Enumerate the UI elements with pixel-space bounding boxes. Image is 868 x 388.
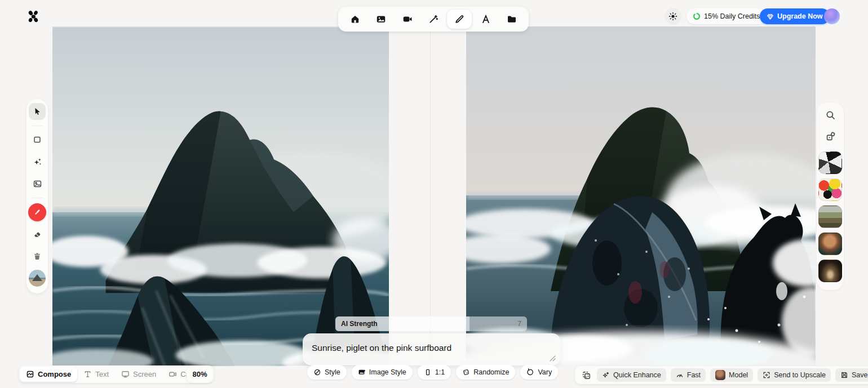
ai-strength-slider[interactable]: AI Strength 7	[335, 316, 527, 331]
send-to-upscale-label: Send to Upscale	[774, 371, 826, 379]
style-thumbnail-typography[interactable]	[818, 179, 842, 201]
ai-strength-label: AI Strength	[341, 320, 378, 328]
image-style-label: Image Style	[369, 368, 406, 376]
style-thumbnail-landscape[interactable]	[818, 206, 842, 228]
fast-mode-button[interactable]: Fast	[671, 368, 706, 382]
credits-progress-icon	[693, 12, 701, 20]
trash-tool[interactable]	[29, 248, 46, 265]
randomize-label: Randomize	[473, 368, 509, 376]
nav-assets[interactable]	[499, 10, 524, 29]
video-camera-icon	[402, 14, 413, 24]
quick-enhance-button[interactable]: Quick Enhance	[597, 368, 666, 382]
camera-icon	[169, 370, 177, 378]
pencil-icon	[454, 14, 464, 24]
model-button[interactable]: Model	[710, 368, 753, 382]
nav-type[interactable]	[473, 10, 498, 29]
compose-icon	[26, 370, 34, 378]
image-style-icon	[358, 368, 366, 376]
generation-bar: Style Image Style 1:1 Randomize Vary	[307, 365, 558, 380]
gem-icon	[767, 13, 774, 20]
cursor-icon	[33, 107, 42, 116]
upgrade-now-button[interactable]: Upgrade Now	[760, 8, 830, 24]
tab-screen[interactable]: Screen	[115, 367, 162, 382]
letter-a-icon	[481, 14, 491, 24]
nav-video[interactable]	[395, 10, 420, 29]
nav-home[interactable]	[343, 10, 367, 29]
mode-bar: Compose Text Screen Camera	[19, 365, 214, 383]
zoom-level-button[interactable]: 80%	[187, 365, 213, 383]
search-icon	[825, 110, 836, 121]
image-frame-icon	[33, 179, 42, 189]
right-seascape-scene	[466, 26, 816, 367]
fast-mode-label: Fast	[687, 371, 701, 379]
prompt-text: Sunrise, piglet on the pink surfboard	[312, 343, 451, 353]
style-icon	[313, 368, 321, 376]
daily-credits-badge[interactable]: 15% Daily Credits	[687, 8, 766, 24]
tab-compose-label: Compose	[38, 370, 71, 378]
left-tool-rail	[26, 99, 48, 293]
image-style-button[interactable]: Image Style	[352, 365, 413, 380]
style-dice-button[interactable]	[824, 130, 836, 142]
eraser-tool[interactable]	[29, 226, 46, 243]
quick-enhance-icon	[602, 371, 610, 379]
theme-toggle-button[interactable]	[665, 8, 681, 25]
output-bar: Quick Enhance Fast Model Send to Upscale…	[575, 366, 868, 384]
eraser-icon	[33, 230, 42, 239]
rectangle-tool[interactable]	[29, 131, 46, 148]
image-icon	[376, 14, 386, 24]
send-to-upscale-button[interactable]: Send to Upscale	[758, 368, 831, 382]
rail-divider	[32, 198, 42, 198]
save-icon	[840, 371, 848, 379]
left-seascape-scene	[52, 26, 389, 367]
vary-icon	[526, 368, 534, 376]
screen-icon	[121, 370, 130, 378]
style-thumbnail-portrait[interactable]	[818, 233, 842, 255]
model-avatar	[715, 370, 725, 380]
vary-button[interactable]: Vary	[520, 365, 558, 380]
save-label: Save	[852, 371, 868, 379]
style-search-button[interactable]	[824, 109, 836, 121]
nav-draw[interactable]	[447, 10, 472, 29]
krea-logo[interactable]	[26, 9, 41, 24]
zoom-level-value: 80%	[192, 370, 207, 378]
tab-compose[interactable]: Compose	[20, 367, 77, 382]
nav-enhance[interactable]	[421, 10, 446, 29]
prompt-input[interactable]: Sunrise, piglet on the pink surfboard	[303, 333, 561, 365]
ai-generate-tool[interactable]	[29, 153, 46, 170]
style-button[interactable]: Style	[307, 365, 347, 380]
style-thumbnail-bw-spiral[interactable]	[818, 151, 842, 174]
canvas-page-divider	[430, 26, 431, 367]
aspect-ratio-button[interactable]: 1:1	[418, 365, 451, 380]
top-nav	[338, 7, 529, 32]
duplicate-icon	[582, 371, 591, 380]
select-tool[interactable]	[29, 103, 46, 120]
sparkles-icon	[33, 157, 42, 167]
image-tool[interactable]	[29, 175, 46, 192]
tab-text[interactable]: Text	[77, 367, 115, 382]
aspect-ratio-icon	[424, 368, 432, 376]
aspect-ratio-label: 1:1	[435, 368, 445, 376]
canvas-image-left[interactable]	[52, 26, 389, 367]
user-avatar[interactable]	[824, 8, 840, 24]
style-thumbnail-dark-stage[interactable]	[818, 260, 842, 282]
nav-gallery[interactable]	[369, 10, 393, 29]
randomize-button[interactable]: Randomize	[456, 365, 515, 380]
vary-label: Vary	[538, 368, 552, 376]
daily-credits-label: 15% Daily Credits	[704, 12, 760, 20]
randomize-icon	[462, 368, 470, 376]
home-icon	[350, 14, 360, 24]
rail-divider	[32, 126, 42, 126]
paint-brush-tool[interactable]	[28, 203, 46, 221]
reference-image-thumbnail[interactable]	[29, 270, 46, 287]
rectangle-icon	[33, 135, 42, 144]
style-dice-icon	[825, 131, 836, 142]
quick-enhance-label: Quick Enhance	[613, 371, 661, 379]
duplicate-button[interactable]	[580, 369, 592, 381]
model-label: Model	[729, 371, 748, 379]
sun-icon	[668, 12, 677, 21]
resize-handle-icon[interactable]	[550, 355, 556, 362]
gauge-icon	[676, 371, 684, 379]
magic-wand-icon	[428, 14, 439, 24]
canvas-image-right[interactable]	[466, 26, 816, 367]
save-button[interactable]: Save	[835, 368, 868, 382]
